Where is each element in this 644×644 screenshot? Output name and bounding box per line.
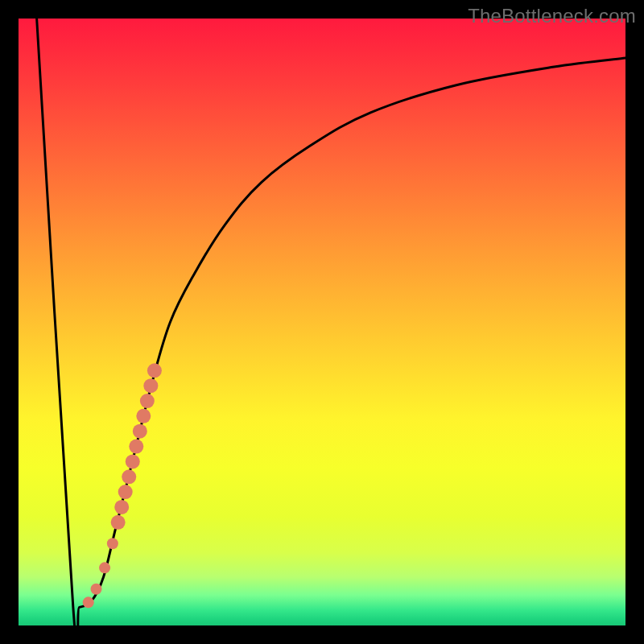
highlight-dot bbox=[118, 485, 133, 499]
highlight-dot bbox=[136, 409, 151, 423]
highlight-dot bbox=[111, 515, 126, 530]
highlight-dot bbox=[126, 454, 140, 469]
highlight-dot bbox=[114, 500, 129, 514]
highlight-dot bbox=[147, 363, 162, 378]
highlight-dot bbox=[129, 440, 143, 454]
highlight-dot bbox=[140, 394, 155, 408]
plot-area bbox=[19, 19, 625, 625]
chart-frame: TheBottleneck.com bbox=[0, 0, 644, 644]
curve-path bbox=[37, 19, 625, 625]
bottleneck-curve bbox=[37, 19, 625, 625]
highlight-dot bbox=[91, 584, 102, 595]
highlight-dot bbox=[133, 424, 147, 439]
highlight-dot bbox=[99, 562, 110, 573]
chart-svg bbox=[19, 19, 625, 625]
highlight-dot bbox=[83, 597, 94, 608]
highlight-dots bbox=[83, 363, 162, 608]
highlight-dot bbox=[143, 378, 158, 393]
highlight-dot bbox=[122, 469, 136, 484]
highlight-dot bbox=[107, 538, 118, 549]
watermark-label: TheBottleneck.com bbox=[468, 5, 636, 27]
